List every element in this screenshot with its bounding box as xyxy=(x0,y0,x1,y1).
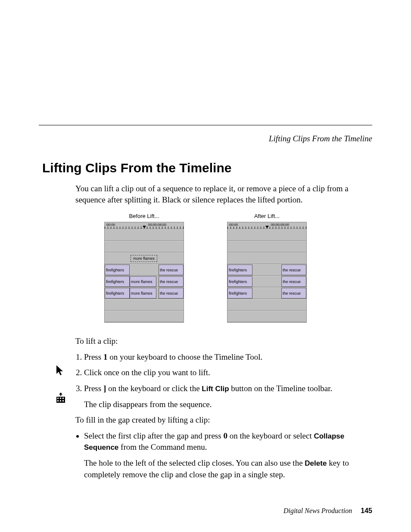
track-row: firefighters the rescue xyxy=(227,276,306,287)
track-row: firefighters the rescue xyxy=(227,264,306,276)
clip-rescue: the rescue xyxy=(159,288,184,299)
step-3-text-b: on the keyboard or click the xyxy=(106,384,202,393)
step-1-text-b: on your keyboard to choose the Timeline … xyxy=(107,352,262,361)
timecode-right: 00;00;08;00 xyxy=(148,223,166,227)
clip-firefighters: firefighters xyxy=(227,276,252,287)
to-lift-intro: To lift a clip: xyxy=(75,336,359,347)
step-2: Click once on the clip you want to lift. xyxy=(84,367,359,379)
lift-clip-button-label: Lift Clip xyxy=(202,385,229,393)
svg-rect-6 xyxy=(62,400,64,401)
timecode-left: :00:00 xyxy=(106,223,115,227)
svg-rect-1 xyxy=(57,398,59,399)
track-row: firefighters the rescue xyxy=(227,287,306,299)
header-rule xyxy=(39,125,372,125)
clip-rescue: the rescue xyxy=(281,264,306,275)
figure-before: Before Lift... :00:00 00;00;08;00 more f… xyxy=(104,213,184,323)
track-empty xyxy=(105,299,184,311)
svg-rect-5 xyxy=(60,400,61,401)
clip-firefighters: firefighters xyxy=(105,288,130,299)
timeline-before: :00:00 00;00;08;00 more flames firefight… xyxy=(104,222,184,323)
clip-firefighters: firefighters xyxy=(227,288,252,299)
key-1: 1 xyxy=(103,352,108,361)
step-3-text-c: button on the Timeline toolbar. xyxy=(229,384,333,393)
lift-clip-icon xyxy=(55,392,66,404)
track-selected-row: more flames xyxy=(105,252,184,264)
figure-after: After Lift... :00:00 00;00;08;00 firefig… xyxy=(227,213,307,323)
clip-moreflames: more flames xyxy=(130,288,156,299)
ruler: :00:00 00;00;08;00 xyxy=(227,222,306,229)
bullet-list: Select the first clip after the gap and … xyxy=(84,430,359,480)
clip-rescue: the rescue xyxy=(281,288,306,299)
track-empty xyxy=(105,229,184,241)
track-empty xyxy=(227,299,306,311)
playhead-icon xyxy=(265,226,269,228)
svg-rect-3 xyxy=(62,398,64,399)
step-1: Press 1 on your keyboard to choose the T… xyxy=(84,352,359,363)
clip-rescue: the rescue xyxy=(159,264,184,275)
clip-firefighters: firefighters xyxy=(105,264,130,275)
timecode-right: 00;00;08;00 xyxy=(271,223,289,227)
step-1-text-a: Press xyxy=(84,352,103,361)
steps-list: Press 1 on your keyboard to choose the T… xyxy=(84,352,359,395)
bullet-1: Select the first clip after the gap and … xyxy=(84,430,359,480)
selected-clip: more flames xyxy=(131,255,157,262)
bullet-note-a: The hole to the left of the selected cli… xyxy=(84,458,305,467)
clip-firefighters: firefighters xyxy=(227,264,252,275)
footer-page-number: 145 xyxy=(361,507,372,514)
footer-book-title: Digital News Production xyxy=(283,507,352,514)
track-row: firefighters the rescue xyxy=(105,264,184,276)
playhead-icon xyxy=(143,226,146,228)
track-empty xyxy=(227,241,306,252)
section-title: Lifting Clips From the Timeline xyxy=(42,161,372,175)
step-3-text-a: Press xyxy=(84,384,103,393)
track-empty xyxy=(227,311,306,322)
step-3: Press ] on the keyboard or click the Lif… xyxy=(84,383,359,395)
after-caption: After Lift... xyxy=(254,213,280,219)
instructions: To lift a clip: Press 1 on your keyboard… xyxy=(75,336,359,480)
timeline-after: :00:00 00;00;08;00 firefighters the resc… xyxy=(227,222,307,323)
figures-row: Before Lift... :00:00 00;00;08;00 more f… xyxy=(39,213,372,323)
cursor-icon xyxy=(55,364,65,376)
track-empty xyxy=(227,252,306,264)
clip-rescue: the rescue xyxy=(281,276,306,287)
footer: Digital News Production 145 xyxy=(283,507,372,515)
bullet-1-note: The hole to the left of the selected cli… xyxy=(84,457,359,480)
svg-rect-2 xyxy=(60,398,61,399)
track-empty xyxy=(227,229,306,241)
bullet-1-a: Select the first clip after the gap and … xyxy=(84,431,223,440)
ruler: :00:00 00;00;08;00 xyxy=(105,222,184,229)
track-empty xyxy=(105,241,184,252)
svg-rect-4 xyxy=(57,400,59,401)
bullet-1-c: from the Command menu. xyxy=(118,442,207,451)
delete-key-label: Delete xyxy=(305,459,327,467)
track-row: firefighters more flames the rescue xyxy=(105,287,184,299)
track-row: firefighters more flames the rescue xyxy=(105,276,184,287)
running-header: Lifting Clips From the Timeline xyxy=(39,134,372,143)
bullet-1-b: on the keyboard or select xyxy=(227,431,314,440)
track-empty xyxy=(105,311,184,322)
step-3-result: The clip disappears from the sequence. xyxy=(84,399,359,411)
fill-gap-intro: To fill in the gap created by lifting a … xyxy=(75,414,359,426)
timecode-left: :00:00 xyxy=(228,223,238,227)
intro-paragraph: You can lift a clip out of a sequence to… xyxy=(75,183,359,205)
clip-firefighters: firefighters xyxy=(105,276,130,287)
before-caption: Before Lift... xyxy=(129,213,159,219)
clip-moreflames: more flames xyxy=(130,276,156,287)
clip-rescue: the rescue xyxy=(159,276,184,287)
key-0: 0 xyxy=(223,431,227,440)
